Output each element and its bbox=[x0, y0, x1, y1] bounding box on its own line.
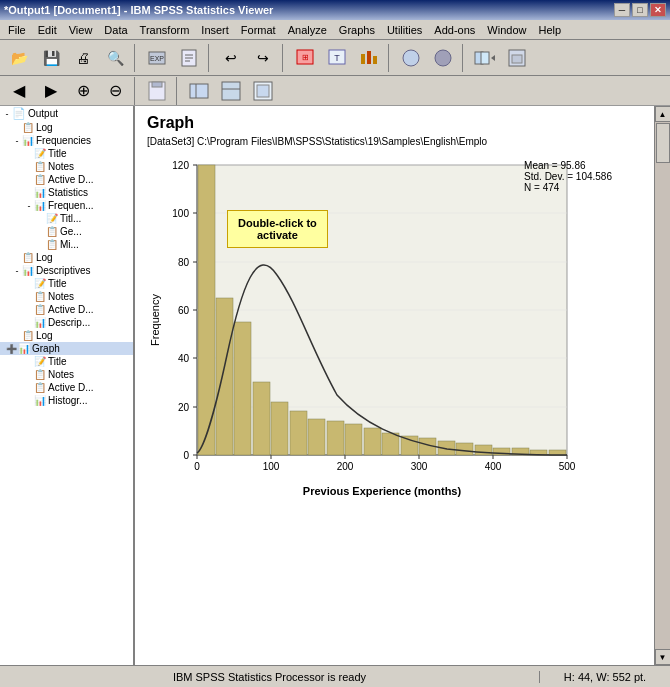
run-button[interactable] bbox=[428, 44, 458, 72]
svg-text:20: 20 bbox=[178, 402, 190, 413]
tree-item-desc-descrip[interactable]: 📊 Descrip... bbox=[0, 316, 133, 329]
tree-item-log2[interactable]: 📋 Log bbox=[0, 251, 133, 264]
bar-3 bbox=[253, 382, 270, 455]
menu-transform[interactable]: Transform bbox=[134, 20, 196, 39]
forward-button[interactable]: ▶ bbox=[36, 77, 66, 105]
vertical-scrollbar[interactable]: ▲ ▼ bbox=[654, 106, 670, 665]
view2-button[interactable] bbox=[216, 77, 246, 105]
tree-item-freq-sub3[interactable]: 📋 Mi... bbox=[0, 238, 133, 251]
tree-item-freq-title[interactable]: 📝 Title bbox=[0, 147, 133, 160]
svg-rect-11 bbox=[367, 51, 371, 64]
menu-bar: File Edit View Data Transform Insert For… bbox=[0, 20, 670, 40]
minimize-button[interactable]: ─ bbox=[614, 3, 630, 17]
scroll-up-button[interactable]: ▲ bbox=[655, 106, 671, 122]
svg-point-13 bbox=[403, 50, 419, 66]
bar-6 bbox=[308, 419, 325, 455]
tree-item-freq-sub2[interactable]: 📋 Ge... bbox=[0, 225, 133, 238]
scroll-down-button[interactable]: ▼ bbox=[655, 649, 671, 665]
menu-data[interactable]: Data bbox=[98, 20, 133, 39]
send-back-button[interactable] bbox=[470, 44, 500, 72]
separator-2 bbox=[208, 44, 212, 72]
content-area: Graph [DataSet3] C:\Program Files\IBM\SP… bbox=[135, 106, 670, 665]
tree-item-freq-frequen[interactable]: - 📊 Frequen... bbox=[0, 199, 133, 212]
bar-7 bbox=[327, 421, 344, 455]
menu-file[interactable]: File bbox=[2, 20, 32, 39]
scroll-thumb[interactable] bbox=[656, 123, 670, 163]
svg-rect-22 bbox=[190, 84, 208, 98]
tree-panel: - 📄 Output 📋 Log - 📊 Frequencies 📝 Ti bbox=[0, 106, 135, 665]
svg-text:300: 300 bbox=[411, 461, 428, 472]
svg-text:40: 40 bbox=[178, 353, 190, 364]
print-button[interactable]: 🖨 bbox=[68, 44, 98, 72]
back-button[interactable]: ◀ bbox=[4, 77, 34, 105]
find-button[interactable]: 🔍 bbox=[100, 44, 130, 72]
menu-addons[interactable]: Add-ons bbox=[428, 20, 481, 39]
menu-insert[interactable]: Insert bbox=[195, 20, 235, 39]
close-button[interactable]: ✕ bbox=[650, 3, 666, 17]
tree-item-graph-histogr[interactable]: 📊 Histogr... bbox=[0, 394, 133, 407]
tree-item-freq-statistics[interactable]: 📊 Statistics bbox=[0, 186, 133, 199]
svg-text:⊞: ⊞ bbox=[302, 53, 309, 62]
menu-window[interactable]: Window bbox=[481, 20, 532, 39]
redo-button[interactable]: ↪ bbox=[248, 44, 278, 72]
svg-rect-12 bbox=[373, 56, 377, 64]
menu-utilities[interactable]: Utilities bbox=[381, 20, 428, 39]
tree-item-desc-title[interactable]: 📝 Title bbox=[0, 277, 133, 290]
save-button[interactable]: 💾 bbox=[36, 44, 66, 72]
scroll-track[interactable] bbox=[655, 122, 670, 649]
insert-chart-button[interactable] bbox=[354, 44, 384, 72]
menu-format[interactable]: Format bbox=[235, 20, 282, 39]
archive-button[interactable] bbox=[502, 44, 532, 72]
separator-nav-2 bbox=[176, 77, 180, 105]
tree-item-desc-active[interactable]: 📋 Active D... bbox=[0, 303, 133, 316]
svg-rect-10 bbox=[361, 54, 365, 64]
tree-item-freq-active[interactable]: 📋 Active D... bbox=[0, 173, 133, 186]
menu-graphs[interactable]: Graphs bbox=[333, 20, 381, 39]
tree-item-frequencies[interactable]: - 📊 Frequencies bbox=[0, 134, 133, 147]
report-button[interactable] bbox=[174, 44, 204, 72]
undo-button[interactable]: ↩ bbox=[216, 44, 246, 72]
graph-area[interactable]: Double-click toactivate Mean = 95.86 Std… bbox=[147, 155, 617, 537]
tree-item-freq-sub1[interactable]: 📝 Titl... bbox=[0, 212, 133, 225]
stat-n: N = 474 bbox=[524, 182, 612, 193]
menu-view[interactable]: View bbox=[63, 20, 99, 39]
tree-item-graph[interactable]: ➕ 📊 Graph bbox=[0, 342, 133, 355]
view3-button[interactable] bbox=[248, 77, 278, 105]
statistics-button[interactable] bbox=[396, 44, 426, 72]
tree-item-graph-title[interactable]: 📝 Title bbox=[0, 355, 133, 368]
svg-text:Frequency: Frequency bbox=[149, 294, 161, 346]
svg-rect-21 bbox=[152, 82, 162, 87]
toolbar-nav: ◀ ▶ ⊕ ⊖ bbox=[0, 76, 670, 106]
bar-4 bbox=[271, 402, 288, 455]
menu-edit[interactable]: Edit bbox=[32, 20, 63, 39]
tree-item-graph-notes[interactable]: 📋 Notes bbox=[0, 368, 133, 381]
show-bookmarks-button[interactable] bbox=[142, 77, 172, 105]
tree-item-descriptives[interactable]: - 📊 Descriptives bbox=[0, 264, 133, 277]
insert-text-button[interactable]: T bbox=[322, 44, 352, 72]
x-axis-label: Previous Experience (months) bbox=[303, 485, 462, 497]
open-button[interactable]: 📂 bbox=[4, 44, 34, 72]
menu-analyze[interactable]: Analyze bbox=[282, 20, 333, 39]
bar-8 bbox=[345, 424, 362, 455]
collapse-all-button[interactable]: ⊖ bbox=[100, 77, 130, 105]
tree-item-log1[interactable]: 📋 Log bbox=[0, 121, 133, 134]
svg-text:200: 200 bbox=[337, 461, 354, 472]
tree-item-output[interactable]: - 📄 Output bbox=[0, 106, 133, 121]
tree-item-graph-active[interactable]: 📋 Active D... bbox=[0, 381, 133, 394]
tree-item-log3[interactable]: 📋 Log bbox=[0, 329, 133, 342]
view1-button[interactable] bbox=[184, 77, 214, 105]
dimensions-status: H: 44, W: 552 pt. bbox=[540, 671, 670, 683]
double-click-tooltip: Double-click toactivate bbox=[227, 210, 328, 248]
tree-item-desc-notes[interactable]: 📋 Notes bbox=[0, 290, 133, 303]
svg-text:80: 80 bbox=[178, 257, 190, 268]
svg-text:100: 100 bbox=[263, 461, 280, 472]
insert-output-button[interactable]: ⊞ bbox=[290, 44, 320, 72]
bar-11 bbox=[401, 436, 418, 455]
menu-help[interactable]: Help bbox=[532, 20, 567, 39]
bar-9 bbox=[364, 428, 381, 455]
maximize-button[interactable]: □ bbox=[632, 3, 648, 17]
expand-all-button[interactable]: ⊕ bbox=[68, 77, 98, 105]
svg-text:500: 500 bbox=[559, 461, 576, 472]
export-button[interactable]: EXP bbox=[142, 44, 172, 72]
tree-item-freq-notes[interactable]: 📋 Notes bbox=[0, 160, 133, 173]
